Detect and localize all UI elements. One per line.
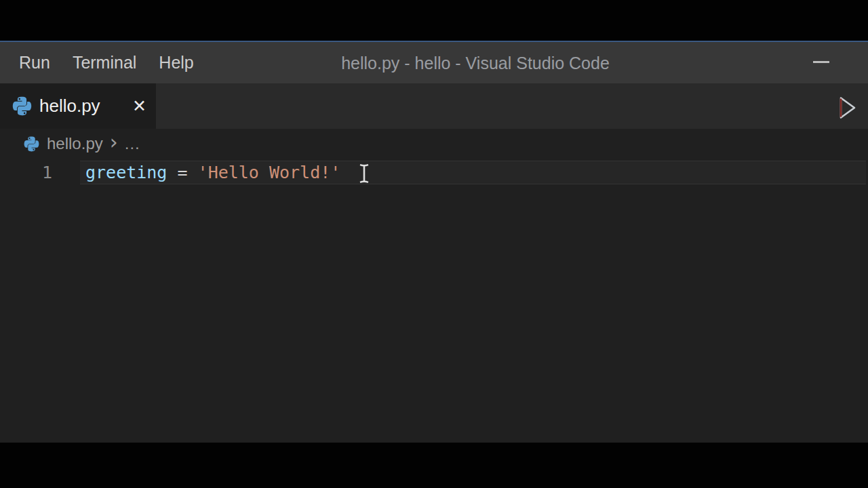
- breadcrumb: hello.py › …: [24, 135, 141, 152]
- code-line-1[interactable]: greeting = 'Hello World!': [85, 161, 340, 184]
- chevron-right-icon: ›: [110, 132, 118, 152]
- menu-item-help[interactable]: Help: [159, 53, 193, 73]
- token-variable: greeting: [85, 163, 167, 182]
- tab-hello-py[interactable]: hello.py ✕: [0, 83, 156, 129]
- breadcrumb-item-symbol[interactable]: …: [124, 134, 141, 153]
- window-titlebar: Run Terminal Help hello.py - hello - Vis…: [0, 41, 868, 83]
- close-icon[interactable]: ✕: [132, 98, 146, 115]
- line-number: 1: [37, 161, 52, 184]
- token-operator: =: [167, 163, 197, 182]
- vscode-window: Run Terminal Help hello.py - hello - Vis…: [0, 0, 868, 488]
- python-icon: [12, 96, 32, 116]
- play-icon: [838, 96, 857, 120]
- top-letterbox-bar: [0, 0, 868, 41]
- menu-bar: Run Terminal Help: [19, 42, 194, 83]
- menu-item-run[interactable]: Run: [19, 53, 50, 73]
- menu-item-terminal[interactable]: Terminal: [73, 53, 136, 73]
- python-icon: [24, 136, 39, 152]
- token-string: 'Hello World!': [198, 163, 341, 182]
- breadcrumb-item-file[interactable]: hello.py: [47, 134, 103, 153]
- editor-tab-bar: hello.py ✕: [0, 83, 868, 129]
- window-title: hello.py - hello - Visual Studio Code: [341, 53, 610, 73]
- minimize-button[interactable]: [806, 50, 836, 76]
- run-file-button[interactable]: [838, 96, 864, 121]
- text-cursor-pointer: [357, 163, 372, 184]
- bottom-letterbox-bar: [0, 443, 868, 488]
- minimize-icon: [813, 61, 829, 63]
- editor-pane[interactable]: hello.py › … 1 greeting = 'Hello World!': [0, 129, 868, 443]
- tab-label: hello.py: [39, 96, 100, 117]
